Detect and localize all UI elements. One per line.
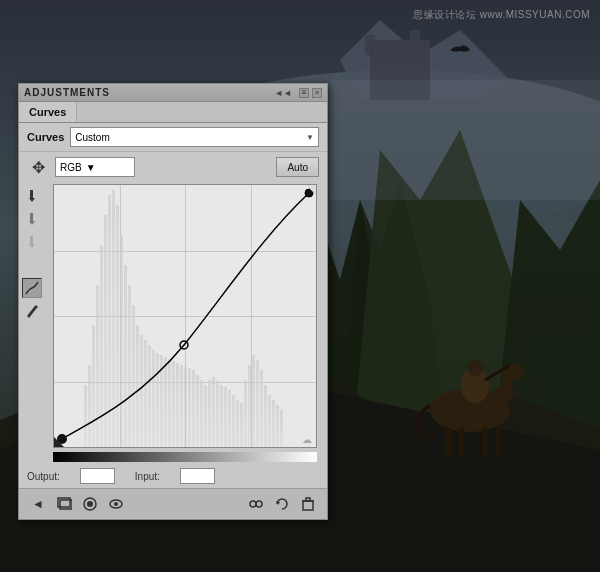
panel-titlebar: ADJUSTMENTS ◄◄ ≡ × xyxy=(19,84,327,102)
svg-rect-94 xyxy=(306,498,310,501)
curve-tool-icon[interactable] xyxy=(22,278,42,298)
channel-value: RGB xyxy=(60,162,82,173)
eyedropper-black-icon[interactable] xyxy=(22,186,42,206)
svg-marker-26 xyxy=(29,221,35,225)
curves-header: Curves Custom ▼ xyxy=(19,123,327,152)
side-icons xyxy=(19,182,45,464)
tools-row: ✥ RGB ▼ Auto xyxy=(19,152,327,182)
output-input-row: Output: Input: xyxy=(19,464,327,488)
channel-arrow: ▼ xyxy=(86,162,96,173)
output-value[interactable] xyxy=(80,468,115,484)
panel-controls: ◄◄ ≡ × xyxy=(274,88,322,98)
adjustments-panel: ADJUSTMENTS ◄◄ ≡ × Curves Curves Custom … xyxy=(18,83,328,520)
svg-rect-23 xyxy=(30,190,33,198)
corner-white xyxy=(306,185,316,195)
svg-point-85 xyxy=(87,501,93,507)
auto-button[interactable]: Auto xyxy=(276,157,319,177)
channel-dropdown[interactable]: RGB ▼ xyxy=(55,157,135,177)
chain-icon[interactable] xyxy=(245,493,267,515)
svg-marker-24 xyxy=(29,198,35,202)
svg-rect-16 xyxy=(495,428,501,453)
close-button[interactable]: × xyxy=(312,88,322,98)
curves-area[interactable]: ☁ xyxy=(53,184,317,448)
svg-rect-22 xyxy=(330,80,600,200)
gradient-bar xyxy=(53,452,317,462)
svg-point-87 xyxy=(114,502,118,506)
preset-dropdown-arrow: ▼ xyxy=(306,133,314,142)
hand-tool[interactable]: ✥ xyxy=(27,156,49,178)
preset-value: Custom xyxy=(75,132,109,143)
svg-rect-92 xyxy=(303,501,313,510)
panel-tab: Curves xyxy=(19,102,327,123)
output-label: Output: xyxy=(27,471,60,482)
input-label: Input: xyxy=(135,471,160,482)
curves-canvas: ☁ xyxy=(54,185,316,447)
layer-icon[interactable] xyxy=(53,493,75,515)
svg-rect-14 xyxy=(458,428,464,456)
refresh-icon[interactable] xyxy=(271,493,293,515)
svg-point-20 xyxy=(467,360,483,376)
expand-icon[interactable]: ◄◄ xyxy=(274,88,292,98)
panel-title: ADJUSTMENTS xyxy=(24,87,110,98)
pencil-tool-icon[interactable] xyxy=(22,301,42,321)
panel-main: ☁ xyxy=(19,182,327,464)
eyedropper-gray-icon[interactable] xyxy=(22,209,42,229)
curve-svg xyxy=(54,185,316,447)
curves-label: Curves xyxy=(27,131,64,143)
cloud-icon: ☁ xyxy=(302,434,312,445)
bottom-toolbar: ◄ xyxy=(19,488,327,519)
svg-rect-5 xyxy=(410,30,420,55)
watermark: 思缘设计论坛 www.MISSYUAN.COM xyxy=(413,8,590,22)
svg-point-18 xyxy=(500,364,524,380)
curves-container: ☁ xyxy=(45,182,331,464)
eye-icon[interactable] xyxy=(105,493,127,515)
svg-marker-28 xyxy=(29,244,35,248)
mask-icon[interactable] xyxy=(79,493,101,515)
svg-rect-27 xyxy=(30,236,33,244)
input-value[interactable] xyxy=(180,468,215,484)
svg-rect-13 xyxy=(445,428,451,458)
svg-rect-4 xyxy=(365,35,375,55)
eyedropper-white-icon[interactable] xyxy=(22,232,42,252)
svg-rect-25 xyxy=(30,213,33,221)
svg-rect-15 xyxy=(482,428,488,458)
prev-state-button[interactable]: ◄ xyxy=(27,493,49,515)
delete-icon[interactable] xyxy=(297,493,319,515)
curves-tab[interactable]: Curves xyxy=(19,102,77,122)
menu-button[interactable]: ≡ xyxy=(299,88,309,98)
preset-dropdown[interactable]: Custom ▼ xyxy=(70,127,319,147)
corner-black xyxy=(54,437,64,447)
